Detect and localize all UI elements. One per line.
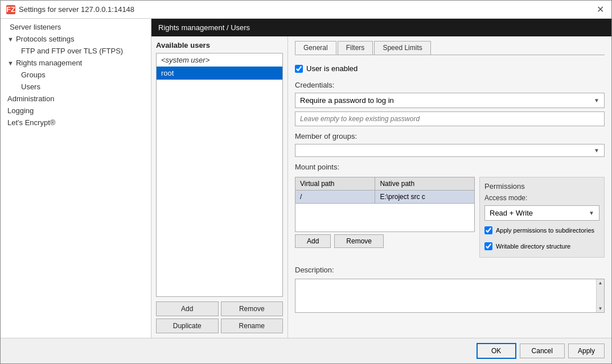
member-of-groups-dropdown[interactable]: ▼: [295, 144, 605, 157]
users-list-label: Available users: [156, 41, 283, 49]
add-user-button[interactable]: Add: [156, 301, 219, 316]
panel-header: Rights management / Users: [151, 19, 611, 36]
member-of-groups-label: Member of groups:: [295, 132, 605, 140]
panel-body: Available users <system user> root Add R…: [151, 36, 611, 338]
credentials-label: Credentials:: [295, 81, 605, 89]
col-native-path: Native path: [375, 177, 475, 191]
sidebar-item-logging[interactable]: Logging: [1, 105, 151, 117]
ok-button[interactable]: OK: [477, 343, 516, 359]
writable-dir-label: Writable directory structure: [496, 243, 570, 250]
users-list: <system user> root: [156, 53, 283, 297]
writable-dir-row: Writable directory structure: [484, 242, 599, 250]
scroll-down-icon[interactable]: ▼: [598, 306, 603, 311]
sidebar-label: FTP and FTP over TLS (FTPS): [21, 47, 123, 55]
title-bar-left: FZ Settings for server 127.0.0.1:14148: [6, 5, 134, 14]
mount-row[interactable]: / E:\project src c: [295, 191, 475, 204]
scroll-up-icon[interactable]: ▲: [598, 280, 603, 286]
apply-button[interactable]: Apply: [568, 344, 605, 358]
bottom-bar: OK Cancel Apply: [1, 338, 611, 363]
apply-permissions-row: Apply permissions to subdirectories: [484, 226, 599, 234]
dropdown-arrow-icon-3: ▼: [589, 210, 594, 216]
sidebar-label: Let's Encrypt®: [7, 118, 55, 127]
main-window: FZ Settings for server 127.0.0.1:14148 ✕…: [0, 0, 612, 364]
require-password-value: Require a password to log in: [300, 96, 394, 105]
app-icon: FZ: [6, 5, 15, 14]
users-buttons-row-2: Duplicate Rename: [156, 318, 283, 333]
apply-permissions-label: Apply permissions to subdirectories: [496, 227, 594, 234]
sidebar-item-rights-management[interactable]: ▼ Rights management: [1, 57, 151, 69]
mount-points-label: Mount points:: [295, 163, 605, 171]
sidebar-label: Rights management: [16, 59, 82, 67]
remove-user-button[interactable]: Remove: [221, 301, 284, 316]
mount-add-button[interactable]: Add: [295, 234, 331, 248]
dropdown-arrow-icon-2: ▼: [594, 147, 599, 154]
sidebar-label: Groups: [21, 71, 46, 79]
tab-speed-limits[interactable]: Speed Limits: [374, 41, 430, 55]
description-wrapper: ▲ ▼: [295, 279, 605, 313]
access-mode-value: Read + Write: [490, 209, 533, 217]
tab-general[interactable]: General: [295, 41, 336, 55]
sidebar: Server listeners ▼ Protocols settings FT…: [1, 19, 151, 338]
user-enabled-label: User is enabled: [306, 64, 358, 73]
tab-filters[interactable]: Filters: [338, 41, 373, 55]
users-buttons-row-1: Add Remove: [156, 301, 283, 316]
user-item-system[interactable]: <system user>: [157, 53, 282, 67]
user-enabled-row: User is enabled: [295, 64, 605, 73]
user-name: <system user>: [161, 56, 210, 64]
expand-icon: ▼: [7, 60, 14, 67]
native-path-cell: E:\project src c: [375, 191, 475, 204]
settings-panel: General Filters Speed Limits User is ena…: [288, 36, 611, 338]
password-input[interactable]: [295, 111, 605, 126]
sidebar-label: Users: [21, 82, 40, 91]
users-list-panel: Available users <system user> root Add R…: [151, 36, 288, 338]
close-button[interactable]: ✕: [594, 4, 606, 15]
sidebar-item-ftp-ftps[interactable]: FTP and FTP over TLS (FTPS): [1, 45, 151, 57]
description-label: Description:: [295, 266, 605, 274]
virtual-path-cell: /: [295, 191, 375, 204]
tabs: General Filters Speed Limits: [295, 41, 605, 55]
mount-table-container: Virtual path Native path / E:\project sr…: [295, 177, 475, 258]
mount-points-area: Virtual path Native path / E:\project sr…: [295, 177, 605, 258]
duplicate-user-button[interactable]: Duplicate: [156, 318, 219, 333]
sidebar-label: Protocols settings: [16, 35, 75, 43]
expand-icon: ▼: [7, 36, 14, 43]
access-mode-dropdown[interactable]: Read + Write ▼: [484, 205, 599, 221]
rename-user-button[interactable]: Rename: [221, 318, 284, 333]
apply-permissions-checkbox[interactable]: [484, 226, 492, 234]
mount-buttons: Add Remove: [295, 234, 475, 248]
mount-remove-button[interactable]: Remove: [334, 234, 384, 248]
user-item-root[interactable]: root: [157, 67, 282, 80]
right-panel: Rights management / Users Available user…: [151, 19, 611, 338]
window-title: Settings for server 127.0.0.1:14148: [19, 5, 134, 14]
sidebar-item-server-listeners[interactable]: Server listeners: [1, 21, 151, 33]
dropdown-arrow-icon: ▼: [594, 97, 599, 104]
permissions-title: Permissions: [484, 182, 599, 191]
users-buttons: Add Remove Duplicate Rename: [156, 301, 283, 333]
sidebar-item-administration[interactable]: Administration: [1, 93, 151, 105]
description-scrollbar: ▲ ▼: [596, 279, 604, 312]
mount-table-empty: [295, 204, 475, 232]
mount-table: Virtual path Native path / E:\project sr…: [295, 177, 475, 204]
col-virtual-path: Virtual path: [295, 177, 375, 191]
permissions-panel: Permissions Access mode: Read + Write ▼ …: [479, 177, 605, 258]
cancel-button[interactable]: Cancel: [520, 344, 565, 358]
user-enabled-checkbox[interactable]: [295, 65, 303, 73]
sidebar-item-lets-encrypt[interactable]: Let's Encrypt®: [1, 117, 151, 129]
access-mode-label: Access mode:: [484, 194, 599, 202]
require-password-dropdown[interactable]: Require a password to log in ▼: [295, 93, 605, 108]
sidebar-item-users[interactable]: Users: [1, 81, 151, 93]
main-content: Server listeners ▼ Protocols settings FT…: [1, 19, 611, 338]
sidebar-label: Server listeners: [10, 23, 61, 31]
sidebar-item-groups[interactable]: Groups: [1, 69, 151, 81]
sidebar-item-protocols-settings[interactable]: ▼ Protocols settings: [1, 33, 151, 45]
description-input[interactable]: [295, 279, 596, 312]
writable-dir-checkbox[interactable]: [484, 242, 492, 250]
user-name: root: [161, 69, 174, 77]
sidebar-label: Administration: [7, 94, 54, 103]
title-bar: FZ Settings for server 127.0.0.1:14148 ✕: [1, 1, 611, 19]
sidebar-label: Logging: [7, 106, 34, 115]
